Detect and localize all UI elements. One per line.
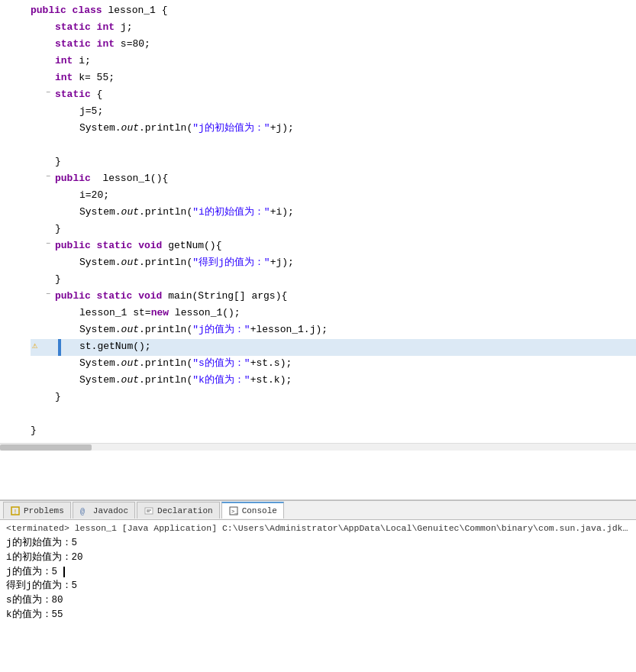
token-plain: lesson_1(){: [102, 171, 168, 186]
code-line: ⚠st.getNum();: [31, 339, 636, 356]
fold-icon[interactable]: −: [46, 238, 55, 247]
token-plain: i;: [79, 53, 91, 69]
token-plain: +j);: [270, 121, 294, 136]
svg-rect-3: [145, 508, 153, 514]
token-plain: lesson_1 st=: [79, 305, 151, 321]
tab-label-console: Console: [242, 506, 277, 515]
fold-icon[interactable]: −: [46, 87, 55, 96]
code-editor[interactable]: public class lesson_1 {static int j;stat…: [0, 0, 636, 443]
token-plain: +st.k);: [250, 373, 292, 388]
token-plain: System.: [79, 373, 121, 388]
code-line: [31, 406, 636, 423]
console-area: <terminated> lesson_1 [Java Application]…: [0, 520, 636, 672]
token-plain: k= 55;: [79, 70, 115, 86]
code-line: static int j;: [31, 20, 636, 37]
console-line: i的初始值为：20: [6, 551, 630, 565]
token-kw: new: [151, 305, 175, 321]
code-line: [31, 137, 636, 154]
token-str: "得到j的值为：": [192, 255, 270, 270]
code-line: }: [31, 389, 636, 406]
token-plain: main(String[] args){: [168, 289, 287, 304]
editor-area: public class lesson_1 {static int j;stat…: [0, 0, 636, 500]
token-plain: .println(: [139, 322, 192, 338]
token-kw: static: [55, 87, 97, 102]
token-plain: +lesson_1.j);: [250, 322, 328, 338]
token-kw2: int: [55, 70, 79, 86]
code-line: }: [31, 423, 636, 440]
token-kw: void: [138, 238, 168, 254]
tab-console[interactable]: >_Console: [221, 502, 284, 519]
tab-label-problems: Problems: [24, 506, 64, 515]
token-plain: j;: [121, 20, 133, 35]
console-icon: >_: [228, 506, 239, 516]
tab-problems[interactable]: !Problems: [3, 502, 71, 519]
svg-text:!: !: [13, 509, 17, 515]
token-italic: out: [121, 205, 139, 220]
token-plain: .println(: [139, 121, 192, 136]
token-plain: .println(: [139, 356, 192, 371]
warning-icon: ⚠: [32, 339, 37, 354]
token-plain: .println(: [139, 205, 192, 220]
tab-label-javadoc: Javadoc: [93, 506, 128, 515]
token-italic: out: [121, 322, 139, 338]
token-kw: public: [31, 3, 73, 18]
token-italic: out: [121, 356, 139, 371]
token-plain: System.: [79, 255, 121, 270]
token-plain: st.: [79, 339, 97, 354]
token-plain: System.: [79, 121, 121, 136]
token-kw2: int: [97, 20, 121, 35]
token-kw: static: [55, 20, 97, 35]
code-line: }: [31, 154, 636, 171]
token-plain: }: [31, 423, 37, 438]
token-kw2: int: [97, 37, 121, 52]
code-line: static int s=80;: [31, 37, 636, 53]
code-line: System.out.println("i的初始值为："+i);: [31, 205, 636, 221]
tab-declaration[interactable]: Declaration: [137, 502, 220, 519]
code-line: System.out.println("得到j的值为："+j);: [31, 255, 636, 272]
token-kw: static: [97, 289, 139, 304]
code-line: j=5;: [31, 104, 636, 121]
token-kw: static: [55, 37, 97, 52]
svg-text:@: @: [80, 508, 85, 515]
code-line: System.out.println("s的值为："+st.s);: [31, 356, 636, 373]
console-line: s的值为：80: [6, 593, 630, 608]
console-line: k的值为：55: [6, 608, 630, 622]
token-plain: .println(: [139, 373, 192, 388]
token-str: "j的初始值为：": [192, 121, 270, 136]
fold-icon[interactable]: −: [46, 289, 55, 298]
token-plain: System.: [79, 356, 121, 371]
token-kw2: int: [55, 53, 79, 69]
console-line: j的初始值为：5: [6, 536, 630, 551]
token-kw: public: [55, 171, 102, 186]
code-line: −public static void main(String[] args){: [31, 289, 636, 305]
token-plain: }: [55, 272, 61, 287]
tab-javadoc[interactable]: @Javadoc: [73, 502, 135, 519]
code-line: public class lesson_1 {: [31, 3, 636, 20]
token-plain: getNum(){: [168, 238, 221, 254]
code-line: System.out.println("j的初始值为："+j);: [31, 121, 636, 137]
code-line: System.out.println("j的值为："+lesson_1.j);: [31, 322, 636, 339]
token-kw: class: [73, 3, 108, 18]
warning-icon: !: [10, 506, 21, 516]
token-italic: out: [121, 373, 139, 388]
fold-icon[interactable]: −: [46, 171, 55, 180]
token-str: "s的值为：": [192, 356, 250, 371]
token-plain: +st.s);: [250, 356, 292, 371]
token-kw: void: [138, 289, 168, 304]
token-plain: System.: [79, 322, 121, 338]
token-plain: ();: [133, 339, 150, 354]
code-line: }: [31, 221, 636, 238]
tabs-bar: !Problems@JavadocDeclaration>_Console: [0, 500, 636, 520]
token-plain: +i);: [270, 205, 294, 220]
code-line: −public static void getNum(){: [31, 238, 636, 255]
token-plain: }: [55, 154, 61, 170]
tab-label-declaration: Declaration: [157, 506, 213, 515]
token-str: "i的初始值为：": [192, 205, 270, 220]
code-line: −static {: [31, 87, 636, 104]
token-plain: getNum: [97, 339, 133, 354]
token-plain: lesson_1();: [175, 305, 241, 321]
token-italic: out: [121, 255, 139, 270]
token-plain: lesson_1 {: [108, 3, 167, 18]
token-plain: {: [97, 87, 103, 102]
code-line: int i;: [31, 53, 636, 70]
